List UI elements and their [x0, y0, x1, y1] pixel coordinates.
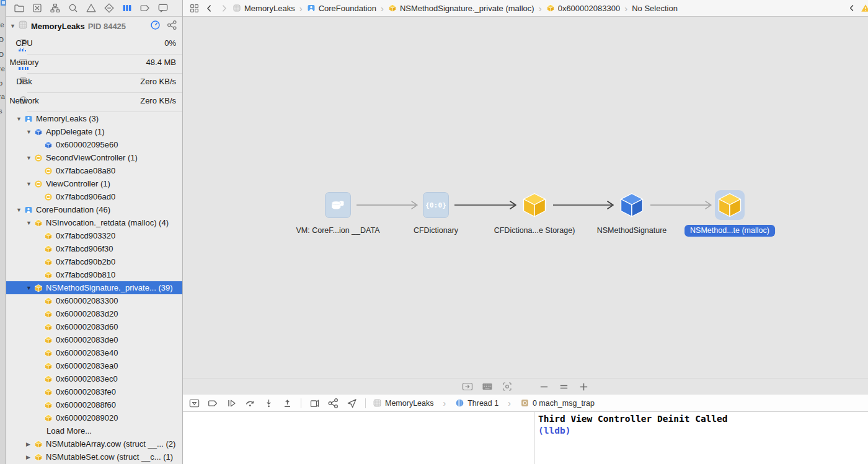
jump-bar-crumb[interactable]: CoreFoundation	[307, 4, 376, 13]
tree-item-label: 0x7fabcae08a80	[56, 166, 115, 175]
tree-item[interactable]: ▼NSMethodSignature._private... (39)	[6, 281, 182, 294]
tree-item[interactable]: 0x600002083e40	[6, 346, 182, 359]
memory-graph-icon[interactable]	[167, 20, 177, 33]
tree-item[interactable]: 0x7fabcd90b810	[6, 268, 182, 281]
graph-node[interactable]	[715, 190, 745, 220]
breakpoint-navigator-button[interactable]	[140, 2, 151, 14]
tree-item-label: 0x600002083de0	[56, 335, 118, 344]
continue-button[interactable]	[225, 397, 238, 409]
tree-item[interactable]: 0x600002095e60	[6, 138, 182, 151]
disclosure-triangle[interactable]: ▼	[16, 116, 24, 122]
step-over-button[interactable]	[244, 397, 257, 409]
tree-item[interactable]: ▶NSMutableArray.cow (struct __... (2)	[6, 437, 182, 450]
gauge-icon	[150, 20, 161, 30]
tree-item[interactable]: ▶NSMutableSet.cow (struct __c... (1)	[6, 450, 182, 463]
disclosure-triangle[interactable]: ▼	[26, 285, 34, 291]
gauge-row-memory[interactable]: Memory48.4 MB	[6, 55, 182, 74]
tree-item[interactable]: 0x600002083300	[6, 294, 182, 307]
tree-item[interactable]: 0x7fabcd906ad0	[6, 190, 182, 203]
console-output[interactable]: Third View Controller Deinit Called(lldb…	[534, 412, 868, 464]
disclosure-triangle[interactable]: ▼	[10, 23, 16, 29]
graph-node[interactable]	[617, 190, 647, 220]
disclosure-triangle[interactable]: ▼	[26, 129, 34, 135]
load-more-item[interactable]: Load More...	[6, 424, 182, 437]
gauge-value: 48.4 MB	[146, 58, 176, 67]
zoom-out-button[interactable]	[538, 380, 551, 393]
gauge-icon[interactable]	[150, 20, 161, 33]
tree-item[interactable]: ▼MemoryLeaks (3)	[6, 112, 182, 125]
memory-graph-button[interactable]	[327, 397, 340, 409]
disclosure-triangle[interactable]: ▼	[26, 181, 34, 187]
issue-navigator-button[interactable]	[86, 2, 97, 14]
find-navigator-button[interactable]	[68, 2, 79, 14]
zoom-actual-button[interactable]	[557, 380, 571, 393]
toolbar-divider	[301, 398, 301, 408]
debug-navigator-button[interactable]	[122, 2, 133, 14]
gauge-row-network[interactable]: NetworkZero KB/s	[6, 93, 182, 112]
gauge-row-disk[interactable]: DiskZero KB/s	[6, 74, 182, 93]
go-forward-button[interactable]	[218, 2, 230, 14]
tree-item[interactable]: 0x600002083de0	[6, 333, 182, 346]
graph-node[interactable]	[520, 190, 549, 220]
simulate-location-button[interactable]	[345, 397, 358, 409]
tree-item-label: 0x7fabcd906ad0	[56, 192, 115, 201]
tree-item[interactable]: 0x600002083d20	[6, 307, 182, 320]
graph-node[interactable]	[323, 190, 353, 220]
tree-item[interactable]: 0x7fabcd903320	[6, 229, 182, 242]
disclosure-triangle[interactable]: ▼	[16, 207, 24, 213]
tree-item[interactable]: ▼SecondViewController (1)	[6, 151, 182, 164]
symbol-navigator-button[interactable]	[50, 2, 61, 14]
project-navigator-button[interactable]	[14, 2, 25, 14]
disclosure-triangle[interactable]: ▼	[26, 155, 34, 161]
jump-bar-crumb[interactable]: MemoryLeaks	[232, 4, 295, 13]
tree-item[interactable]: 0x7fabcd906f30	[6, 242, 182, 255]
debug-crumb[interactable]: MemoryLeaks	[373, 398, 434, 408]
tree-item[interactable]: ▼AppDelegate (1)	[6, 125, 182, 138]
jump-bar-crumb[interactable]: No Selection	[632, 4, 678, 13]
tree-item[interactable]: 0x600002083fe0	[6, 385, 182, 398]
gauge-row-cpu[interactable]: CPU0%	[6, 35, 182, 55]
tree-item-label: 0x7fabcd903320	[56, 231, 115, 240]
issues-back-button[interactable]	[846, 2, 858, 14]
tree-item[interactable]: 0x7fabcae08a80	[6, 164, 182, 177]
disclosure-triangle[interactable]: ▼	[26, 220, 34, 226]
tree-item[interactable]: 0x600002083d60	[6, 320, 182, 333]
tree-item[interactable]: 0x600002083ea0	[6, 359, 182, 372]
tree-item[interactable]: 0x600002083ec0	[6, 372, 182, 385]
go-back-button[interactable]	[203, 2, 215, 14]
deactivate-breakpoints-button[interactable]	[206, 397, 219, 409]
view-debugger-button[interactable]	[308, 397, 321, 409]
variables-view[interactable]	[183, 412, 534, 464]
jump-bar-crumb[interactable]: NSMethodSignature._private (malloc)	[388, 4, 534, 13]
tree-item[interactable]: 0x7fabcd90b2b0	[6, 255, 182, 268]
report-navigator-button[interactable]	[157, 2, 169, 14]
step-into-button[interactable]	[262, 397, 275, 409]
leak-badge-icon	[34, 154, 43, 162]
source-control-navigator-button[interactable]	[32, 2, 43, 14]
debug-crumb[interactable]: Thread 1	[455, 398, 498, 408]
graph-node[interactable]: {0:0}	[421, 190, 451, 220]
diamond-minus-icon	[104, 2, 115, 14]
graph-legend-icon	[481, 381, 494, 392]
zoom-in-button[interactable]	[577, 380, 591, 393]
tree-item[interactable]: ▼ViewController (1)	[6, 177, 182, 190]
graph-legend-button[interactable]	[480, 380, 494, 393]
test-navigator-button[interactable]	[104, 2, 115, 14]
app-grid-icon	[18, 20, 28, 30]
process-header-row[interactable]: ▼ MemoryLeaks PID 84425	[6, 17, 182, 35]
tree-item[interactable]: ▼NSInvocation._retdata (malloc) (4)	[6, 216, 182, 229]
memory-graph-canvas[interactable]: VM: CoreF...ion __DATA{0:0}CFDictionaryC…	[183, 17, 868, 395]
hide-debug-area-button[interactable]	[188, 397, 201, 409]
graph-focus-button[interactable]	[500, 380, 514, 393]
tree-item[interactable]: 0x600002089020	[6, 411, 182, 424]
disclosure-triangle[interactable]: ▶	[26, 454, 34, 460]
jump-bar-crumb[interactable]: 0x600002083300	[546, 4, 621, 13]
graph-export-button[interactable]	[461, 380, 474, 393]
step-out-button[interactable]	[281, 397, 294, 409]
tree-item[interactable]: 0x600002088f60	[6, 398, 182, 411]
disclosure-triangle[interactable]: ▶	[26, 441, 34, 447]
debug-crumb[interactable]: 0 mach_msg_trap	[520, 398, 595, 408]
tree-item[interactable]: ▼CoreFoundation (46)	[6, 203, 182, 216]
cube-yellow-icon	[546, 4, 555, 12]
related-items-button[interactable]	[188, 2, 200, 14]
